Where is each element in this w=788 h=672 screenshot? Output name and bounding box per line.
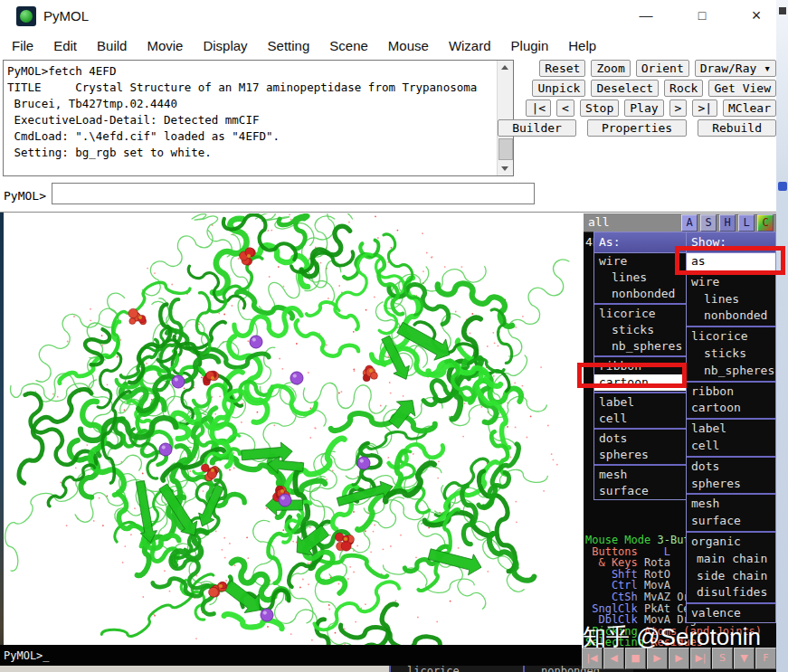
menu-mouse[interactable]: Mouse xyxy=(378,38,439,53)
unpick-button[interactable]: Unpick xyxy=(532,80,585,97)
mclear-button[interactable]: MClear xyxy=(723,99,776,117)
scroll-up-icon[interactable] xyxy=(498,61,513,75)
scrollbar-thumb[interactable] xyxy=(498,138,513,160)
menu-divider xyxy=(687,381,775,383)
menu-item-lines[interactable]: lines xyxy=(594,270,687,286)
menu-help[interactable]: Help xyxy=(558,38,606,53)
menu-item-wire[interactable]: wire xyxy=(594,253,687,270)
item-button[interactable]: |< xyxy=(526,99,551,117)
menu-item-licorice[interactable]: licorice xyxy=(687,328,775,345)
scroll-down-icon[interactable] xyxy=(498,161,513,175)
minimize-button[interactable]: — xyxy=(628,0,664,31)
menu-item-sticks[interactable]: sticks xyxy=(594,322,687,338)
menu-item-nonbonded[interactable]: nonbonded xyxy=(594,286,687,302)
menu-item-mesh[interactable]: mesh xyxy=(594,467,687,483)
protein-structure xyxy=(4,213,584,665)
deselect-button[interactable]: Deselect xyxy=(591,80,659,97)
object-c-button[interactable]: C xyxy=(757,214,774,232)
clipped-menu-licorice: licorice xyxy=(389,666,523,672)
get-view-button[interactable]: Get View xyxy=(708,80,776,97)
movie-control-0[interactable]: |◀ xyxy=(582,648,603,669)
item-button[interactable]: > xyxy=(669,99,688,117)
prompt-label: PyMOL> xyxy=(4,189,46,203)
menu-item-spheres[interactable]: spheres xyxy=(594,447,687,463)
menu-item-main-chain[interactable]: main chain xyxy=(687,551,775,568)
properties-button[interactable]: Properties xyxy=(587,119,687,137)
close-button[interactable]: × xyxy=(738,0,774,31)
menu-item-licorice[interactable]: licorice xyxy=(594,306,687,322)
menu-item-disulfides[interactable]: disulfides xyxy=(687,584,775,601)
menu-item-wire[interactable]: wire xyxy=(687,274,775,291)
object-l-button[interactable]: L xyxy=(738,214,755,232)
movie-control-6[interactable]: S xyxy=(712,648,733,669)
orient-button[interactable]: Orient xyxy=(636,60,689,77)
menu-item-nonbonded[interactable]: nonbonded xyxy=(687,308,775,325)
menu-item-ribbon[interactable]: ribbon xyxy=(687,383,775,401)
molecule-viewport[interactable] xyxy=(4,213,584,665)
menu-movie[interactable]: Movie xyxy=(137,38,193,53)
console-line: ExecutiveLoad-Detail: Detected mmCIF xyxy=(7,112,495,128)
menu-item-dots[interactable]: dots xyxy=(687,459,775,476)
reset-button[interactable]: Reset xyxy=(539,60,585,77)
object-h-button[interactable]: H xyxy=(719,214,736,232)
menu-item-sticks[interactable]: sticks xyxy=(687,345,775,363)
menu-item-side-chain[interactable]: side chain xyxy=(687,568,775,585)
object-bar-all[interactable]: all ASHLC xyxy=(584,213,776,232)
annotation-box-cartoon xyxy=(577,363,687,388)
movie-control-8[interactable]: F xyxy=(755,648,776,669)
builder-button[interactable]: Builder xyxy=(498,119,576,137)
command-input[interactable] xyxy=(52,183,535,204)
movie-control-7[interactable]: ▼ xyxy=(734,648,755,669)
output-console: PyMOL>fetch 4EFDTITLE Crystal Structure … xyxy=(3,60,514,176)
console-line: PyMOL>fetch 4EFD xyxy=(7,63,495,80)
object-s-button[interactable]: S xyxy=(700,214,717,232)
menu-edit[interactable]: Edit xyxy=(43,38,87,53)
movie-control-1[interactable]: ◀ xyxy=(603,648,624,669)
menu-item-label[interactable]: label xyxy=(594,394,687,411)
movie-control-3[interactable]: ▶ xyxy=(647,648,668,669)
menu-display[interactable]: Display xyxy=(193,38,257,53)
draw-ray-button[interactable]: Draw/Ray ▾ xyxy=(695,60,776,77)
item-button[interactable]: >| xyxy=(692,99,717,117)
menu-item-lines[interactable]: lines xyxy=(687,291,775,308)
menu-item-surface[interactable]: surface xyxy=(594,483,687,499)
maximize-button[interactable]: □ xyxy=(684,0,720,31)
menu-item-nb-spheres[interactable]: nb_spheres xyxy=(687,363,775,380)
play-button[interactable]: Play xyxy=(624,99,663,117)
object-all-label[interactable]: all xyxy=(588,215,609,229)
menu-item-surface[interactable]: surface xyxy=(687,513,775,530)
rock-button[interactable]: Rock xyxy=(664,80,703,97)
menu-divider xyxy=(594,428,687,430)
menu-item-cartoon[interactable]: cartoon xyxy=(687,400,775,417)
movie-control-5[interactable]: ▶| xyxy=(690,648,711,669)
stop-button[interactable]: Stop xyxy=(580,99,619,117)
console-scrollbar[interactable] xyxy=(497,61,513,175)
zoom-button[interactable]: Zoom xyxy=(591,60,630,77)
menu-item-spheres[interactable]: spheres xyxy=(687,476,775,493)
title-bar: PyMOL — □ × xyxy=(0,0,776,33)
item-button[interactable]: < xyxy=(556,99,574,117)
menu-item-mesh[interactable]: mesh xyxy=(687,496,775,513)
menu-item-label[interactable]: label xyxy=(687,421,775,438)
pymol-window: PyMOL — □ × FileEditBuildMovieDisplaySet… xyxy=(0,0,788,672)
menu-item-valence[interactable]: valence xyxy=(687,605,775,622)
rebuild-button[interactable]: Rebuild xyxy=(698,119,776,137)
menu-setting[interactable]: Setting xyxy=(258,38,320,53)
menu-plugin[interactable]: Plugin xyxy=(501,38,559,53)
menu-item-cell[interactable]: cell xyxy=(594,411,687,427)
movie-control-2[interactable]: ■ xyxy=(625,648,646,669)
menu-scene[interactable]: Scene xyxy=(319,38,378,53)
menu-divider xyxy=(687,602,775,604)
movie-control-4[interactable]: ▶ xyxy=(669,648,689,669)
console-line: TITLE Crystal Structure of an M17 aminop… xyxy=(7,80,495,96)
console-line: Brucei, Tb427tmp.02.4440 xyxy=(7,96,495,112)
object-a-button[interactable]: A xyxy=(681,214,698,232)
bottom-sliver: licorice nonbonded xyxy=(0,666,633,672)
menu-item-nb-spheres[interactable]: nb_spheres xyxy=(594,338,687,355)
menu-item-dots[interactable]: dots xyxy=(594,431,687,447)
menu-file[interactable]: File xyxy=(2,38,43,53)
menu-item-organic[interactable]: organic xyxy=(687,534,775,551)
menu-item-cell[interactable]: cell xyxy=(687,438,775,455)
menu-wizard[interactable]: Wizard xyxy=(439,38,501,53)
menu-build[interactable]: Build xyxy=(87,38,137,53)
